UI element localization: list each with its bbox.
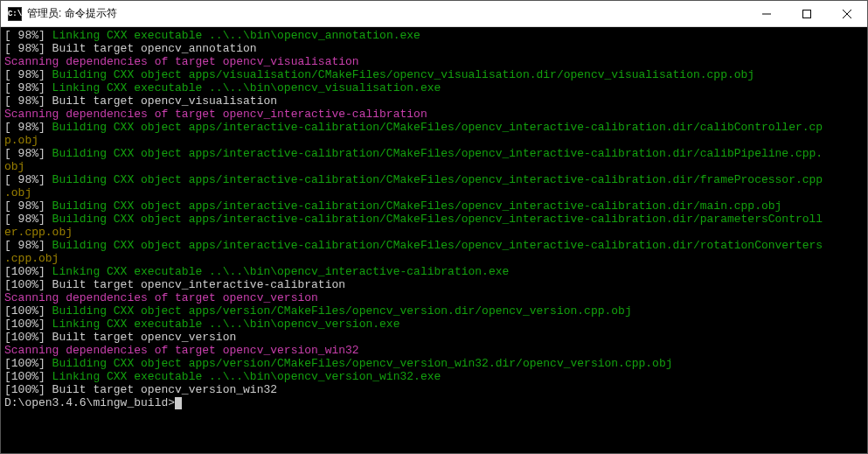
terminal-line: [100%] Linking CXX executable ..\..\bin\… [4, 265, 867, 278]
terminal-text: [ 98%] Built target opencv_annotation [4, 42, 257, 55]
terminal-text: Building CXX object apps/interactive-cal… [52, 173, 823, 186]
terminal-text: .cpp.obj [4, 252, 59, 265]
terminal-line: [ 98%] Linking CXX executable ..\..\bin\… [4, 29, 867, 42]
terminal-text: [ 98%] [4, 81, 52, 94]
close-icon [843, 10, 851, 18]
terminal-text: [100%] [4, 370, 52, 383]
terminal-text: Scanning dependencies of target opencv_v… [4, 344, 359, 357]
terminal-line: p.obj [4, 134, 867, 147]
terminal-line: [100%] Linking CXX executable ..\..\bin\… [4, 370, 867, 383]
terminal-line: .cpp.obj [4, 252, 867, 265]
terminal-text: Building CXX object apps/version/CMakeFi… [52, 304, 632, 318]
terminal-text: Scanning dependencies of target opencv_i… [4, 108, 427, 121]
terminal-text: [ 98%] [4, 173, 52, 186]
terminal-line: [ 98%] Building CXX object apps/interact… [4, 147, 867, 160]
terminal-line: [100%] Built target opencv_interactive-c… [4, 278, 867, 291]
terminal-text: Linking CXX executable ..\..\bin\opencv_… [52, 370, 441, 383]
terminal-line: [ 98%] Built target opencv_annotation [4, 42, 867, 55]
terminal-text: [ 98%] [4, 199, 52, 213]
terminal-text: Linking CXX executable ..\..\bin\opencv_… [52, 81, 441, 94]
terminal-text: [ 98%] Built target opencv_visualisation [4, 94, 277, 108]
terminal-line: [ 98%] Building CXX object apps/interact… [4, 121, 867, 134]
terminal-text: [ 98%] [4, 239, 52, 252]
terminal-text: [100%] [4, 357, 52, 370]
terminal-line: [100%] Built target opencv_version_win32 [4, 383, 867, 396]
terminal-text: [100%] Built target opencv_version [4, 331, 236, 344]
cmd-icon: C:\ [8, 7, 22, 21]
terminal-line: Scanning dependencies of target opencv_v… [4, 291, 867, 304]
terminal-text: [100%] Built target opencv_version_win32 [4, 383, 277, 396]
terminal-text: Building CXX object apps/interactive-cal… [52, 199, 782, 213]
minimize-icon [762, 10, 771, 18]
terminal-text: Building CXX object apps/version/CMakeFi… [52, 357, 673, 370]
terminal-text: Linking CXX executable ..\..\bin\opencv_… [52, 29, 420, 42]
terminal-line: er.cpp.obj [4, 226, 867, 239]
maximize-icon [802, 10, 811, 18]
terminal-text: Building CXX object apps/interactive-cal… [52, 121, 823, 134]
terminal-text: [ 98%] [4, 121, 52, 134]
titlebar-left: C:\ 管理员: 命令提示符 [1, 6, 117, 21]
terminal-text: Scanning dependencies of target opencv_v… [4, 291, 318, 304]
terminal-text: [100%] [4, 265, 52, 278]
terminal-line: Scanning dependencies of target opencv_v… [4, 55, 867, 68]
terminal-text: [100%] [4, 318, 52, 331]
terminal-text: Linking CXX executable ..\..\bin\opencv_… [52, 265, 510, 278]
terminal-text: [ [4, 29, 11, 42]
terminal-text: 98% [11, 29, 38, 42]
terminal-text: Building CXX object apps/visualisation/C… [52, 68, 755, 81]
terminal-line: Scanning dependencies of target opencv_v… [4, 344, 867, 357]
terminal-line: .obj [4, 186, 867, 199]
terminal-text: [ 98%] [4, 68, 52, 81]
prompt-line[interactable]: D:\open3.4.6\mingw_build> [4, 396, 867, 409]
terminal-text: er.cpp.obj [4, 226, 73, 239]
svg-rect-0 [803, 10, 811, 17]
terminal-text: [100%] Built target opencv_interactive-c… [4, 278, 345, 291]
terminal-line: [ 98%] Building CXX object apps/interact… [4, 213, 867, 226]
minimize-button[interactable] [746, 1, 787, 26]
terminal-output[interactable]: [ 98%] Linking CXX executable ..\..\bin\… [1, 27, 867, 453]
terminal-text: Building CXX object apps/interactive-cal… [52, 213, 823, 226]
terminal-line: [100%] Building CXX object apps/version/… [4, 304, 867, 318]
terminal-line: [ 98%] Linking CXX executable ..\..\bin\… [4, 81, 867, 94]
maximize-button[interactable] [787, 1, 827, 26]
terminal-line: [100%] Linking CXX executable ..\..\bin\… [4, 318, 867, 331]
titlebar-buttons [746, 1, 867, 26]
terminal-text: Linking CXX executable ..\..\bin\opencv_… [52, 318, 400, 331]
terminal-text: p.obj [4, 134, 38, 147]
terminal-text: Scanning dependencies of target opencv_v… [4, 55, 359, 68]
terminal-text: Building CXX object apps/interactive-cal… [52, 239, 823, 252]
terminal-text: .obj [4, 186, 31, 199]
close-button[interactable] [827, 1, 867, 26]
cursor [175, 397, 182, 409]
terminal-text: Building CXX object apps/interactive-cal… [52, 147, 823, 160]
terminal-line: Scanning dependencies of target opencv_i… [4, 108, 867, 121]
window-title: 管理员: 命令提示符 [27, 6, 117, 21]
terminal-line: [ 98%] Building CXX object apps/interact… [4, 199, 867, 213]
terminal-line: [100%] Building CXX object apps/version/… [4, 357, 867, 370]
terminal-text: [ 98%] [4, 213, 52, 226]
terminal-line: [ 98%] Building CXX object apps/visualis… [4, 68, 867, 81]
terminal-text: ] [38, 29, 52, 42]
terminal-line: obj [4, 160, 867, 173]
prompt-path: D:\open3.4.6\mingw_build> [4, 396, 175, 409]
terminal-line: [ 98%] Building CXX object apps/interact… [4, 173, 867, 186]
terminal-line: [100%] Built target opencv_version [4, 331, 867, 344]
terminal-line: [ 98%] Built target opencv_visualisation [4, 94, 867, 108]
command-prompt-window: C:\ 管理员: 命令提示符 [ 98%] Linking CXX execut… [0, 0, 868, 454]
terminal-text: [100%] [4, 304, 52, 318]
terminal-text: obj [4, 160, 24, 173]
titlebar[interactable]: C:\ 管理员: 命令提示符 [1, 1, 867, 27]
terminal-text: [ 98%] [4, 147, 52, 160]
terminal-line: [ 98%] Building CXX object apps/interact… [4, 239, 867, 252]
